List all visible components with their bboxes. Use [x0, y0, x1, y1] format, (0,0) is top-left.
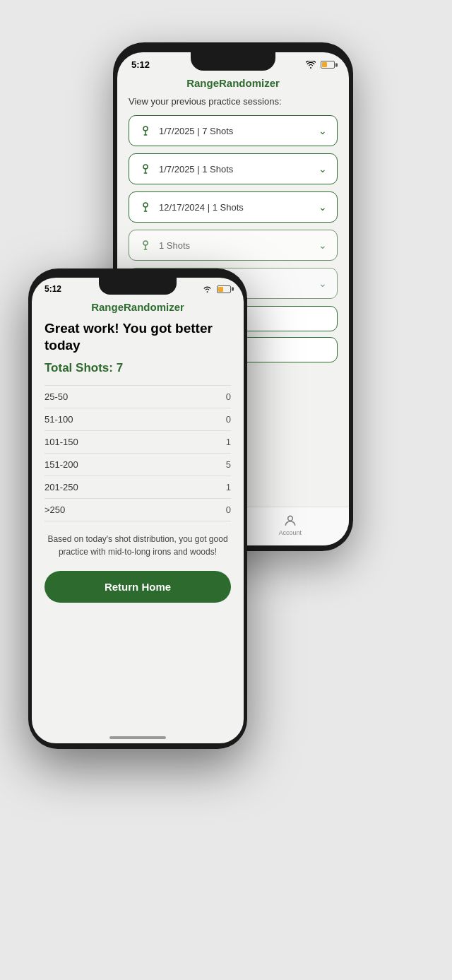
front-battery-icon — [217, 285, 231, 293]
front-time: 5:12 — [44, 284, 61, 294]
session-item-2[interactable]: 1/7/2025 | 1 Shots ⌄ — [129, 153, 338, 184]
distance-count-4: 1 — [226, 482, 231, 492]
distance-range-3: 151-200 — [44, 459, 78, 470]
chevron-icon-5: ⌄ — [319, 278, 327, 289]
svg-point-1 — [143, 165, 148, 169]
distance-row-2: 101-150 1 — [44, 431, 231, 454]
total-shots: Total Shots: 7 — [44, 361, 231, 375]
distance-row-1: 51-100 0 — [44, 408, 231, 431]
session-label-2: 1/7/2025 | 1 Shots — [159, 164, 233, 175]
front-phone-screen: 5:12 RangeRandomizer Great work! You got… — [32, 278, 244, 743]
chevron-icon-4: ⌄ — [319, 240, 327, 251]
distance-table: 25-50 0 51-100 0 101-150 1 151-200 5 201… — [44, 385, 231, 521]
distance-range-4: 201-250 — [44, 482, 78, 492]
session-label-4: 1 Shots — [159, 240, 190, 251]
home-indicator — [109, 736, 166, 739]
distance-range-1: 51-100 — [44, 414, 73, 425]
distance-count-3: 5 — [226, 459, 231, 470]
return-home-button[interactable]: Return Home — [44, 571, 231, 603]
wifi-icon — [306, 61, 316, 69]
golf-icon-1 — [139, 124, 152, 137]
battery-icon — [321, 61, 335, 69]
back-subtitle: View your previous practice sessions: — [129, 96, 338, 107]
front-wifi-icon — [203, 285, 212, 293]
distance-range-5: >250 — [44, 504, 65, 515]
golf-icon-4 — [139, 239, 152, 252]
advice-text: Based on today's shot distribution, you … — [44, 533, 231, 558]
distance-range-2: 101-150 — [44, 437, 78, 447]
distance-row-3: 151-200 5 — [44, 454, 231, 476]
svg-point-2 — [143, 203, 148, 207]
nav-account[interactable]: Account — [279, 514, 302, 536]
front-content: Great work! You got better today Total S… — [32, 320, 244, 603]
chevron-icon-2: ⌄ — [319, 163, 327, 175]
session-item-1[interactable]: 1/7/2025 | 7 Shots ⌄ — [129, 115, 338, 146]
result-heading: Great work! You got better today — [44, 320, 231, 354]
front-app-name-range: Range — [91, 301, 124, 313]
back-notch — [191, 52, 275, 71]
svg-point-0 — [143, 126, 148, 131]
back-app-header: RangeRandomizer — [117, 73, 349, 96]
chevron-icon-3: ⌄ — [319, 201, 327, 213]
golf-icon-2 — [139, 163, 152, 175]
distance-row-4: 201-250 1 — [44, 476, 231, 499]
session-label-3: 12/17/2024 | 1 Shots — [159, 202, 244, 213]
session-left-1: 1/7/2025 | 7 Shots — [139, 124, 233, 137]
session-label-1: 1/7/2025 | 7 Shots — [159, 126, 233, 136]
session-left-2: 1/7/2025 | 1 Shots — [139, 163, 233, 175]
distance-range-0: 25-50 — [44, 391, 68, 402]
back-status-icons — [306, 61, 335, 69]
distance-count-1: 0 — [226, 414, 231, 425]
session-item-3[interactable]: 12/17/2024 | 1 Shots ⌄ — [129, 191, 338, 223]
session-left-4: 1 Shots — [139, 239, 190, 252]
back-time: 5:12 — [131, 59, 150, 70]
nav-account-label: Account — [279, 529, 302, 536]
distance-count-5: 0 — [226, 504, 231, 515]
front-app-header: RangeRandomizer — [32, 297, 244, 320]
svg-point-6 — [288, 516, 293, 521]
distance-count-2: 1 — [226, 437, 231, 447]
back-app-name-randomizer: Randomizer — [219, 77, 280, 89]
front-notch — [99, 278, 177, 295]
front-app-name-randomizer: Randomizer — [124, 301, 184, 313]
front-phone: 5:12 RangeRandomizer Great work! You got… — [28, 268, 247, 749]
chevron-icon-1: ⌄ — [319, 125, 327, 136]
distance-row-0: 25-50 0 — [44, 385, 231, 408]
svg-point-3 — [143, 241, 148, 245]
back-app-name-range: Range — [186, 77, 219, 89]
account-icon — [283, 514, 297, 528]
front-status-icons — [203, 285, 231, 293]
distance-row-5: >250 0 — [44, 499, 231, 521]
session-left-3: 12/17/2024 | 1 Shots — [139, 201, 244, 213]
distance-count-0: 0 — [226, 391, 231, 402]
session-item-4[interactable]: 1 Shots ⌄ — [129, 230, 338, 261]
golf-icon-3 — [139, 201, 152, 213]
